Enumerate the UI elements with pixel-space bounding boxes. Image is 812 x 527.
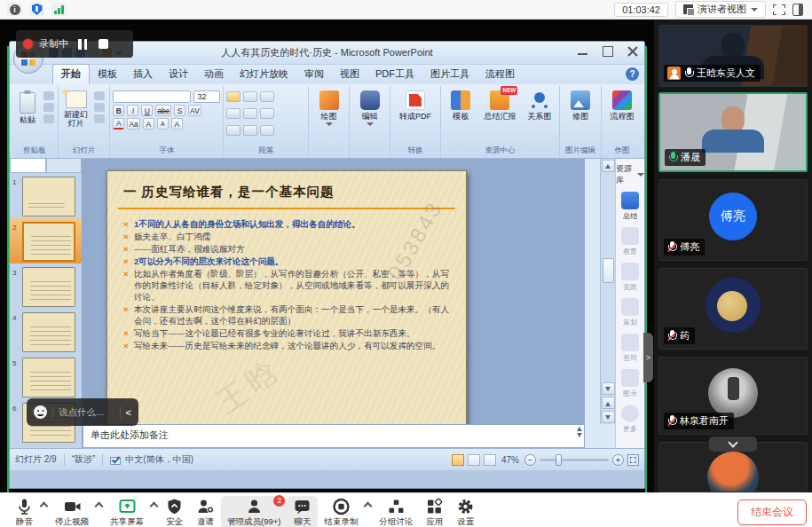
slide-thumbnail-1[interactable]: 1 <box>10 173 82 218</box>
flowchart-button[interactable]: 流程图 <box>604 88 640 121</box>
apps-button[interactable]: 应用 <box>419 496 450 527</box>
manage-members-button[interactable]: 2 管理成员(99+) <box>221 496 287 527</box>
emoji-icon[interactable] <box>34 405 47 419</box>
share-options-chevron[interactable] <box>150 502 159 511</box>
shrink-font-button[interactable]: A <box>157 118 169 130</box>
grow-font-button[interactable]: A <box>143 118 154 130</box>
slide-thumbnail-2-selected[interactable]: 2 <box>10 218 82 264</box>
chat-placeholder[interactable]: 说点什么... <box>59 406 114 419</box>
fullscreen-button[interactable] <box>773 4 785 15</box>
zoom-in-button[interactable]: + <box>612 454 624 466</box>
resource-item-more[interactable]: 更多 <box>621 405 639 434</box>
retouch-button[interactable]: 修图 <box>563 88 598 121</box>
edit-button[interactable]: 编辑 <box>352 88 387 126</box>
draw-button[interactable]: 绘图 <box>311 88 346 126</box>
tab-insert[interactable]: 插入 <box>125 65 161 84</box>
pause-recording-button[interactable] <box>78 39 87 50</box>
video-options-chevron[interactable] <box>95 502 104 511</box>
font-size-box[interactable]: 32 <box>193 90 220 103</box>
paragraph-buttons-row3[interactable] <box>226 122 274 136</box>
participant-tile-2-active-speaker[interactable]: 潘晟 <box>658 92 808 172</box>
resource-item-summary[interactable]: 总结 <box>621 192 639 221</box>
tab-pdf-tools[interactable]: PDF工具 <box>367 65 422 84</box>
current-slide[interactable]: 一 历史写给谁看，是一个基本问题 ×1不同的人从各自的身份立场和认知出发，得出各… <box>106 170 467 443</box>
invite-button[interactable]: 邀请 <box>190 496 221 527</box>
collapse-chat-icon[interactable]: < <box>126 407 131 418</box>
clear-format-button[interactable]: A <box>171 118 183 130</box>
participant-tile-5[interactable]: 林泉君南开 <box>658 357 808 435</box>
tab-template[interactable]: 模板 <box>90 65 125 84</box>
strikethrough-button[interactable]: abc <box>155 105 171 116</box>
change-case-button[interactable]: Aa <box>127 118 139 130</box>
summary-report-button[interactable]: NEW 总结汇报 <box>480 88 519 121</box>
resource-library-header[interactable]: 资源库 <box>616 159 644 192</box>
shadow-button[interactable]: S <box>174 105 185 116</box>
paragraph-buttons-row1[interactable] <box>226 88 274 102</box>
italic-button[interactable]: I <box>127 105 138 116</box>
mute-options-chevron[interactable] <box>40 502 49 511</box>
paste-button[interactable]: 粘贴 <box>14 88 41 124</box>
slide-scrollbar[interactable] <box>600 159 615 424</box>
font-color-button[interactable]: A <box>113 118 124 130</box>
font-name-box[interactable] <box>113 90 191 103</box>
mute-button[interactable]: 静音 <box>9 496 40 527</box>
relation-chart-button[interactable]: 关系图 <box>523 88 556 121</box>
resource-item-party[interactable]: 党政 <box>621 263 639 292</box>
resource-item-planning[interactable]: 策划 <box>621 298 639 327</box>
tab-review[interactable]: 审阅 <box>296 65 332 84</box>
outline-tab[interactable] <box>46 159 83 173</box>
zoom-slider-thumb[interactable] <box>556 454 562 466</box>
new-slide-button[interactable]: 新建幻灯片 <box>61 88 91 128</box>
tab-picture-tools[interactable]: 图片工具 <box>422 65 477 84</box>
slides-small-buttons[interactable] <box>94 88 105 123</box>
toggle-sidebar-button[interactable] <box>792 4 803 16</box>
scroll-up-button[interactable] <box>602 160 615 172</box>
panel-collapse-tab[interactable]: > <box>643 333 653 382</box>
participant-tile-3[interactable]: 傅亮 傅亮 <box>658 179 808 261</box>
slide-sorter-button[interactable] <box>468 454 480 466</box>
slide-thumbnail-3[interactable]: 3 <box>10 264 82 309</box>
security-button[interactable]: 安全 <box>159 496 190 527</box>
spellcheck-icon[interactable] <box>110 455 122 465</box>
network-status-button[interactable] <box>51 3 67 16</box>
maximize-button[interactable] <box>602 45 614 58</box>
chat-button[interactable]: 聊天 <box>287 496 318 527</box>
stop-video-button[interactable]: 停止视频 <box>49 496 95 527</box>
chat-quick-bubble[interactable]: 说点什么... < <box>27 398 138 426</box>
tab-animation[interactable]: 动画 <box>196 65 232 84</box>
scroll-down-button[interactable] <box>602 382 615 395</box>
zoom-out-button[interactable]: − <box>524 454 536 466</box>
minimize-button[interactable] <box>577 45 589 58</box>
end-meeting-button[interactable]: 结束会议 <box>737 499 807 525</box>
zoom-slider[interactable] <box>540 459 609 461</box>
slideshow-button[interactable] <box>484 454 496 466</box>
share-screen-button[interactable]: 共享屏幕 <box>104 496 150 527</box>
breakout-rooms-button[interactable]: 分组讨论 <box>373 496 419 527</box>
previous-slide-button[interactable] <box>602 397 615 409</box>
scrollbar-thumb[interactable] <box>603 258 614 283</box>
notes-pane[interactable]: 单击此处添加备注 <box>83 424 585 448</box>
char-spacing-button[interactable]: AV <box>188 105 201 116</box>
resource-item-diagram[interactable]: 图示 <box>621 369 639 398</box>
paragraph-buttons-row2[interactable] <box>226 105 274 119</box>
to-pdf-button[interactable]: 转成PDF <box>393 88 438 121</box>
resource-item-defense[interactable]: 答辩 <box>621 334 639 363</box>
template-button[interactable]: 模板 <box>444 88 477 121</box>
language-status[interactable]: 中文(简体，中国) <box>125 453 193 466</box>
slides-tab[interactable] <box>10 159 46 173</box>
close-button[interactable] <box>627 45 639 58</box>
bold-button[interactable]: B <box>113 105 124 116</box>
meeting-protect-button[interactable] <box>29 3 44 16</box>
fit-to-window-button[interactable] <box>627 454 639 466</box>
help-icon[interactable]: ? <box>626 67 639 81</box>
end-recording-button[interactable]: 结束录制 <box>318 496 364 527</box>
notes-scrollbar[interactable] <box>577 427 582 437</box>
view-mode-dropdown[interactable]: 演讲者视图 <box>675 1 766 18</box>
participant-tile-1[interactable]: 王晗东吴人文 <box>658 25 808 87</box>
tab-flowchart[interactable]: 流程图 <box>477 65 523 84</box>
resource-item-education[interactable]: 教育 <box>621 227 639 256</box>
meeting-info-button[interactable]: i <box>7 3 22 16</box>
underline-button[interactable]: U <box>141 105 153 116</box>
tab-slideshow[interactable]: 幻灯片放映 <box>232 65 296 84</box>
recording-options-chevron[interactable] <box>364 502 373 511</box>
